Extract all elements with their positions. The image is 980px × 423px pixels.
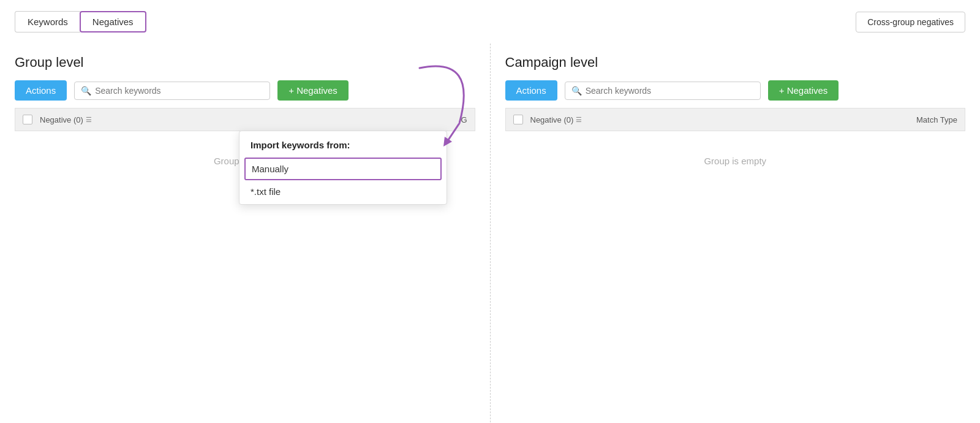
campaign-search-icon: 🔍 — [571, 86, 582, 96]
group-actions-button[interactable]: Actions — [15, 80, 67, 101]
group-table-header: Negative (0) ☰ G — [15, 108, 475, 131]
group-negative-col-header: Negative (0) ☰ — [40, 115, 92, 124]
group-level-toolbar: Actions 🔍 + Negatives — [15, 80, 475, 101]
tab-negatives[interactable]: Negatives — [80, 11, 146, 32]
campaign-level-toolbar: Actions 🔍 + Negatives — [505, 80, 966, 101]
dropdown-title: Import keywords from: — [239, 131, 447, 155]
group-search-box: 🔍 — [74, 82, 270, 100]
campaign-table-header: Negative (0) ☰ Match Type — [505, 108, 966, 131]
campaign-select-all-checkbox[interactable] — [513, 115, 523, 124]
tab-group: Keywords Negatives — [15, 11, 146, 32]
dropdown-item-txt[interactable]: *.txt file — [239, 181, 447, 204]
import-keywords-dropdown: Import keywords from: Manually *.txt fil… — [239, 131, 447, 205]
campaign-search-input[interactable] — [586, 86, 754, 96]
group-match-col-header: G — [461, 115, 467, 124]
group-level-title: Group level — [15, 55, 475, 70]
dropdown-item-manually[interactable]: Manually — [244, 158, 442, 180]
campaign-level-title: Campaign level — [505, 55, 966, 70]
group-negatives-button[interactable]: + Negatives — [277, 80, 349, 101]
group-search-input[interactable] — [95, 86, 263, 96]
group-sort-icon: ☰ — [86, 116, 92, 124]
main-content: Group level Actions 🔍 + Negatives Negati… — [0, 44, 980, 422]
campaign-match-col-header: Match Type — [916, 115, 957, 124]
campaign-negatives-button[interactable]: + Negatives — [768, 80, 839, 101]
campaign-level-panel: Campaign level Actions 🔍 + Negatives Neg… — [491, 44, 981, 422]
tab-bar: Keywords Negatives Cross-group negatives — [0, 0, 980, 44]
campaign-sort-icon: ☰ — [576, 116, 582, 124]
group-select-all-checkbox[interactable] — [23, 115, 32, 124]
campaign-negative-col-header: Negative (0) ☰ — [530, 115, 582, 124]
campaign-actions-button[interactable]: Actions — [505, 80, 557, 101]
campaign-search-box: 🔍 — [565, 82, 761, 100]
tab-keywords[interactable]: Keywords — [15, 11, 80, 32]
group-level-panel: Group level Actions 🔍 + Negatives Negati… — [0, 44, 491, 422]
search-icon: 🔍 — [81, 86, 91, 96]
cross-group-negatives-button[interactable]: Cross-group negatives — [856, 12, 965, 32]
campaign-empty-state: Group is empty — [505, 131, 966, 191]
